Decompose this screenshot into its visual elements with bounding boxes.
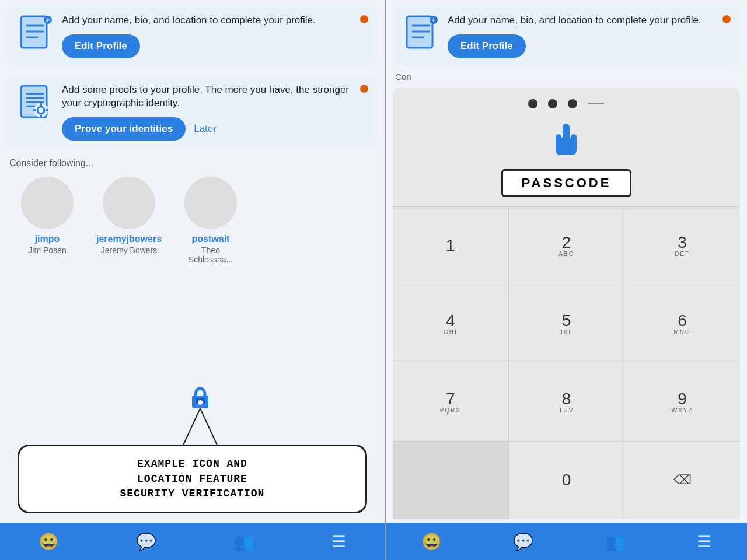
right-edit-profile-card: + Add your name, bio, and location to co… bbox=[393, 6, 740, 66]
right-edit-profile-actions: Edit Profile bbox=[448, 34, 731, 58]
right-nav-home-icon[interactable]: 😀 bbox=[421, 532, 442, 551]
avatar-postwait bbox=[184, 177, 237, 229]
notification-dot-2 bbox=[360, 85, 368, 93]
realname-postwait: Theo Schlossna... bbox=[179, 246, 243, 264]
username-postwait[interactable]: postwait bbox=[192, 234, 230, 244]
lock-icon bbox=[190, 385, 211, 411]
username-jeremyjbowers[interactable]: jeremyjbowers bbox=[96, 234, 162, 244]
right-nav-chat-icon[interactable]: 💬 bbox=[513, 532, 533, 551]
prove-identities-button[interactable]: Prove your identities bbox=[62, 117, 186, 141]
annotation-container: EXAMPLE ICON ANDLOCATION FEATURESECURITY… bbox=[18, 385, 367, 513]
avatar-jimpo bbox=[21, 177, 74, 229]
nav-chat-icon[interactable]: 💬 bbox=[136, 532, 156, 551]
realname-jeremyjbowers: Jeremy Bowers bbox=[101, 246, 157, 255]
numpad-row-1: 1 2 ABC 3 DEF bbox=[393, 206, 740, 285]
numpad-7[interactable]: 7 PQRS bbox=[393, 363, 509, 441]
passcode-dot-2 bbox=[548, 99, 557, 108]
numpad-3[interactable]: 3 DEF bbox=[624, 206, 740, 285]
right-edit-profile-content: Add your name, bio, and location to comp… bbox=[448, 14, 731, 58]
numpad-2[interactable]: 2 ABC bbox=[509, 206, 625, 285]
svg-rect-18 bbox=[46, 109, 48, 111]
svg-rect-15 bbox=[40, 103, 42, 106]
follow-item-0: jimpo Jim Posen bbox=[15, 177, 79, 264]
right-consider-label: Con bbox=[386, 69, 747, 84]
right-nav-people-icon[interactable]: 👥 bbox=[605, 532, 626, 551]
edit-profile-card-content: Add your name, bio, and location to comp… bbox=[62, 14, 368, 58]
right-profile-doc-icon: + bbox=[402, 14, 439, 51]
passcode-label: PASSCODE bbox=[501, 169, 632, 197]
realname-jimpo: Jim Posen bbox=[28, 246, 66, 255]
numpad-4[interactable]: 4 GHI bbox=[393, 285, 509, 363]
prove-identity-text: Add some proofs to your profile. The mor… bbox=[62, 83, 368, 110]
nav-menu-icon[interactable]: ☰ bbox=[331, 532, 346, 551]
numpad-row-2: 4 GHI 5 JKL 6 MNO bbox=[393, 285, 740, 363]
proofs-doc-icon bbox=[16, 83, 54, 121]
numpad-6[interactable]: 6 MNO bbox=[624, 285, 740, 363]
edit-profile-text: Add your name, bio, and location to comp… bbox=[62, 14, 368, 27]
username-jimpo[interactable]: jimpo bbox=[35, 234, 60, 244]
avatar-jeremyjbowers bbox=[103, 177, 155, 229]
prove-identity-actions: Prove your identities Later bbox=[62, 117, 368, 141]
follow-item-2: postwait Theo Schlossna... bbox=[179, 177, 243, 264]
prove-identity-card-content: Add some proofs to your profile. The mor… bbox=[62, 83, 368, 141]
follow-item-1: jeremyjbowers Jeremy Bowers bbox=[97, 177, 161, 264]
numpad-row-4: 0 ⌫ bbox=[393, 441, 740, 519]
passcode-dot-4 bbox=[588, 103, 604, 104]
right-nav-menu-icon[interactable]: ☰ bbox=[697, 532, 711, 551]
svg-text:+: + bbox=[431, 16, 435, 24]
right-consider-text: Con bbox=[395, 72, 411, 82]
profile-doc-icon: + bbox=[16, 14, 54, 51]
svg-rect-16 bbox=[40, 115, 42, 118]
numpad-5[interactable]: 5 JKL bbox=[509, 285, 625, 363]
edit-profile-actions: Edit Profile bbox=[62, 34, 368, 58]
lock-pointer bbox=[190, 385, 211, 413]
right-notification-dot bbox=[722, 15, 731, 23]
svg-rect-17 bbox=[33, 109, 36, 111]
numpad-backspace[interactable]: ⌫ bbox=[624, 441, 740, 519]
backspace-icon: ⌫ bbox=[673, 473, 692, 488]
left-panel: + Add your name, bio, and location to co… bbox=[0, 0, 385, 560]
numpad-9[interactable]: 9 WXYZ bbox=[624, 363, 740, 441]
numpad-empty bbox=[393, 441, 509, 519]
annotation-area: EXAMPLE ICON ANDLOCATION FEATURESECURITY… bbox=[18, 385, 367, 513]
numpad-8[interactable]: 8 TUV bbox=[509, 363, 625, 441]
right-edit-profile-button[interactable]: Edit Profile bbox=[448, 34, 526, 58]
passcode-dot-3 bbox=[568, 99, 577, 108]
numpad-0[interactable]: 0 bbox=[509, 441, 625, 519]
cursor-hand-icon bbox=[549, 118, 584, 164]
prove-identity-card: Add some proofs to your profile. The mor… bbox=[7, 75, 378, 149]
later-button[interactable]: Later bbox=[194, 123, 217, 135]
follow-list: jimpo Jim Posen jeremyjbowers Jeremy Bow… bbox=[9, 177, 375, 264]
passcode-dots-row bbox=[528, 99, 604, 108]
right-bottom-nav: 😀 💬 👥 ☰ bbox=[386, 523, 747, 560]
left-bottom-nav: 😀 💬 👥 ☰ bbox=[0, 523, 385, 560]
passcode-dot-1 bbox=[528, 99, 537, 108]
svg-point-21 bbox=[198, 400, 203, 405]
nav-people-icon[interactable]: 👥 bbox=[234, 532, 254, 551]
right-panel: + Add your name, bio, and location to co… bbox=[386, 0, 747, 560]
right-edit-profile-text: Add your name, bio, and location to comp… bbox=[448, 14, 731, 27]
edit-profile-button[interactable]: Edit Profile bbox=[62, 34, 140, 58]
notification-dot-1 bbox=[360, 15, 368, 23]
numpad-1[interactable]: 1 bbox=[393, 206, 509, 285]
passcode-screen[interactable]: PASSCODE 1 2 ABC 3 DEF bbox=[393, 88, 740, 519]
numpad-row-3: 7 PQRS 8 TUV 9 WXYZ bbox=[393, 363, 740, 441]
nav-home-icon[interactable]: 😀 bbox=[39, 532, 59, 551]
annotation-bubble: EXAMPLE ICON ANDLOCATION FEATURESECURITY… bbox=[18, 433, 367, 513]
svg-text:+: + bbox=[46, 16, 50, 24]
numpad: 1 2 ABC 3 DEF 4 GHI 5 bbox=[393, 206, 740, 519]
consider-title: Consider following... bbox=[9, 158, 375, 169]
annotation-text: EXAMPLE ICON ANDLOCATION FEATURESECURITY… bbox=[18, 444, 367, 513]
consider-section: Consider following... jimpo Jim Posen je… bbox=[0, 152, 385, 268]
edit-profile-card: + Add your name, bio, and location to co… bbox=[7, 6, 378, 66]
svg-rect-34 bbox=[571, 134, 577, 148]
svg-rect-33 bbox=[556, 134, 561, 148]
